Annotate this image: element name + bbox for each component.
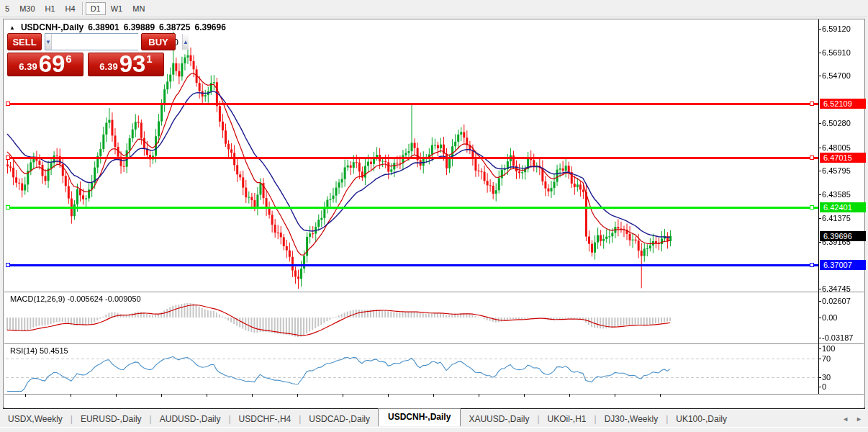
tab-dj30-weekly[interactable]: DJ30-,Weekly [597, 412, 666, 426]
one-click-trade-panel: SELL ▼ ▲ BUY 6.39 69 6 6.39 93 1 [7, 33, 176, 76]
rsi-label: RSI(14) 50.4515 [10, 346, 68, 355]
price-axis-tick: 6.50280 [822, 119, 851, 127]
chart-symbol-label: USDCNH-,Daily [21, 22, 83, 32]
ohlc-open: 6.38901 [88, 22, 119, 32]
timeframe-toolbar: 5M30H1H4D1W1MN [0, 0, 868, 17]
tab-ukoil-h1[interactable]: UKOil-,H1 [540, 412, 595, 426]
timeframe-button-D1[interactable]: D1 [86, 2, 106, 15]
bottom-status-strip [0, 427, 868, 432]
volume-decrease-icon[interactable]: ▼ [45, 34, 52, 50]
rsi-axis-value: 100 [822, 344, 835, 353]
buy-button[interactable]: BUY [141, 33, 176, 50]
timeframe-button-W1[interactable]: W1 [106, 2, 128, 15]
price-axis-tick: 6.45795 [822, 166, 851, 175]
price-axis-tick: 6.59120 [822, 24, 851, 33]
price-axis-tick: 6.56910 [822, 48, 851, 57]
ohlc-close: 6.39696 [194, 22, 225, 32]
tab-nav: ◄► [842, 415, 862, 423]
chart-title: ▲ USDCNH-,Daily 6.38901 6.39889 6.38725 … [9, 22, 226, 32]
tab-usdchf-h4[interactable]: USDCHF-,H4 [231, 412, 299, 426]
tab-uk100-daily[interactable]: UK100-,Daily [668, 412, 735, 426]
price-axis-tick: 6.48005 [822, 143, 851, 152]
price-line-label: 6.47015 [820, 153, 866, 163]
macd-axis-value: -0.03187 [822, 333, 853, 342]
price-axis-tick: 6.43585 [822, 190, 851, 199]
buy-price-big: 93 [119, 53, 146, 75]
sell-button[interactable]: SELL [7, 33, 42, 50]
macd-axis-value: 0.00 [822, 313, 837, 322]
volume-increase-icon[interactable]: ▲ [182, 34, 189, 50]
macd-label: MACD(12,26,9) -0.005624 -0.009050 [10, 294, 141, 303]
tab-usdcnh-daily[interactable]: USDCNH-,Daily [378, 408, 461, 426]
tab-usdcad-daily[interactable]: USDCAD-,Daily [301, 412, 378, 426]
timeframe-button-MN[interactable]: MN [127, 2, 150, 15]
sell-price-prefix: 6.39 [19, 61, 37, 72]
timeframe-button-H4[interactable]: H4 [60, 2, 81, 15]
sell-price-panel[interactable]: 6.39 69 6 [7, 53, 83, 76]
price-line-label: 6.37007 [820, 260, 866, 270]
rsi-axis-value: 30 [822, 373, 831, 382]
timeframe-button-5[interactable]: 5 [0, 2, 14, 15]
tab-eurusd-daily[interactable]: EURUSD-,Daily [73, 412, 150, 426]
rsi-axis-value: 0 [822, 382, 826, 391]
price-axis-tick: 6.54700 [822, 71, 851, 80]
buy-price-pip: 1 [146, 53, 152, 65]
toolbar-separator [82, 2, 83, 15]
ohlc-high: 6.39889 [124, 22, 155, 32]
buy-price-prefix: 6.39 [99, 61, 117, 72]
sell-price-big: 69 [39, 53, 65, 75]
tab-xauusd-daily[interactable]: XAUUSD-,Daily [461, 412, 537, 426]
price-line-label: 6.39696 [820, 231, 866, 241]
volume-stepper: ▼ ▲ [45, 33, 138, 50]
price-line-label: 6.52109 [820, 99, 866, 109]
sell-price-pip: 6 [65, 53, 71, 65]
rsi-axis-value: 70 [822, 354, 831, 363]
price-axis-tick: 6.41375 [822, 214, 851, 222]
timeframe-button-H1[interactable]: H1 [40, 2, 60, 15]
price-axis-tick: 6.34745 [822, 284, 851, 293]
buy-price-panel[interactable]: 6.39 93 1 [88, 53, 164, 76]
macd-axis-value: 0.02607 [822, 297, 851, 305]
tab-scroll-right-icon[interactable]: ► [856, 415, 862, 423]
symbol-tabbar: USDX,Weekly|EURUSD-,Daily|AUDUSD-,Daily|… [0, 410, 868, 427]
price-line-label: 6.42401 [820, 202, 866, 212]
tab-scroll-left-icon[interactable]: ◄ [842, 415, 849, 423]
ohlc-low: 6.38725 [159, 22, 190, 32]
tab-usdx-weekly[interactable]: USDX,Weekly [0, 412, 71, 426]
tab-audusd-daily[interactable]: AUDUSD-,Daily [152, 412, 229, 426]
timeframe-button-M30[interactable]: M30 [14, 2, 40, 15]
collapse-trade-panel-icon[interactable]: ▲ [9, 24, 15, 31]
